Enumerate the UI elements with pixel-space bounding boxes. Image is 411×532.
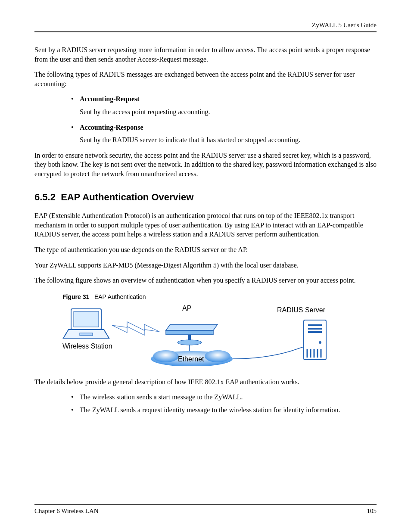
svg-point-10	[205, 350, 230, 362]
figure-eap-authentication: AP RADIUS Server Wireless Station Ethern…	[62, 304, 338, 366]
bullet-desc: Sent by the access point requesting acco…	[80, 107, 377, 117]
access-point-icon	[166, 324, 218, 345]
figure-caption: Figure 31 EAP Authentication	[62, 293, 377, 301]
svg-rect-12	[308, 324, 322, 326]
bullet-title: Accounting-Response	[80, 123, 377, 132]
section-number: 6.5.2	[34, 192, 56, 202]
figure-label-radius: RADIUS Server	[277, 305, 325, 315]
security-paragraph: In order to ensure network security, the…	[34, 151, 377, 179]
intro-paragraph: Sent by a RADIUS server requesting more …	[34, 45, 377, 64]
bullet-text: The ZyWALL sends a request identity mess…	[80, 405, 377, 415]
figure-number: Figure 31	[62, 293, 89, 300]
figure-title: EAP Authentication	[94, 293, 146, 300]
svg-rect-14	[308, 331, 322, 333]
figure-label-ethernet: Ethernet	[178, 355, 204, 364]
footer-chapter: Chapter 6 Wireless LAN	[34, 507, 99, 515]
eap-p1: EAP (Extensible Authentication Protocol)…	[34, 211, 377, 239]
bullet-title: Accounting-Request	[80, 94, 377, 104]
radius-server-icon	[304, 320, 326, 360]
laptop-icon	[63, 309, 109, 338]
svg-marker-5	[166, 330, 213, 335]
accounting-intro: The following types of RADIUS messages a…	[34, 70, 377, 88]
svg-point-7	[177, 340, 202, 345]
bullet-accounting-request: • Accounting-Request	[71, 94, 377, 104]
bullet-desc: Sent by the RADIUS server to indicate th…	[80, 135, 377, 145]
bullet-text: The wireless station sends a start messa…	[80, 392, 377, 402]
svg-rect-13	[308, 328, 322, 330]
eap-p2: The type of authentication you use depen…	[34, 245, 377, 255]
svg-point-15	[319, 341, 321, 344]
footer-page-number: 105	[367, 507, 377, 515]
footer-rule	[34, 504, 377, 505]
header-rule	[34, 31, 377, 32]
wireless-link-icon	[112, 322, 159, 335]
page-footer: Chapter 6 Wireless LAN 105	[34, 504, 377, 515]
eap-p4: The following figure shows an overview o…	[34, 276, 377, 285]
section-heading: 6.5.2 EAP Authentication Overview	[34, 191, 377, 204]
svg-rect-3	[80, 333, 93, 336]
svg-marker-4	[166, 324, 218, 330]
bullet-works-2: • The ZyWALL sends a request identity me…	[71, 405, 377, 415]
svg-rect-1	[74, 311, 99, 327]
figure-label-wireless: Wireless Station	[62, 342, 112, 351]
ethernet-radius-link	[233, 347, 304, 359]
header-guide-title: ZyWALL 5 User's Guide	[34, 22, 377, 29]
section-title: EAP Authentication Overview	[61, 192, 193, 202]
bullet-accounting-response: • Accounting-Response	[71, 123, 377, 132]
eap-p3: Your ZyWALL supports EAP-MD5 (Message-Di…	[34, 261, 377, 270]
post-figure-paragraph: The details below provide a general desc…	[34, 377, 377, 387]
bullet-works-1: • The wireless station sends a start mes…	[71, 392, 377, 402]
svg-point-9	[153, 350, 179, 362]
figure-label-ap: AP	[182, 304, 191, 313]
